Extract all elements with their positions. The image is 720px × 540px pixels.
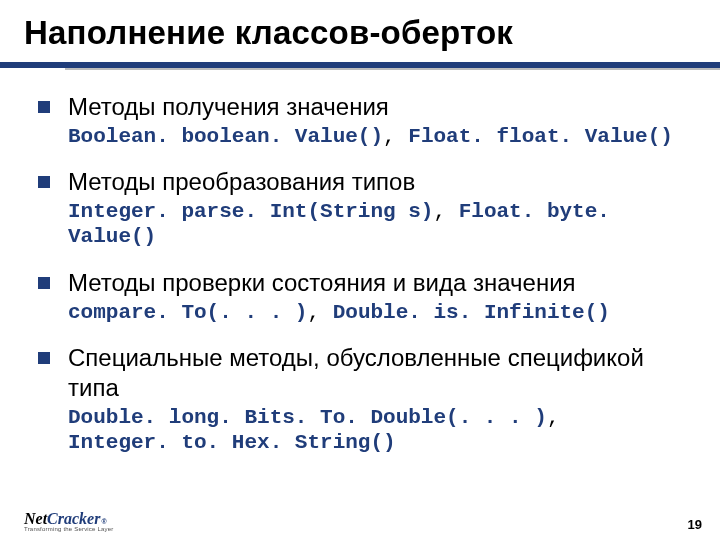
square-bullet-icon [38, 352, 50, 364]
square-bullet-icon [38, 277, 50, 289]
item-heading: Методы получения значения [68, 92, 698, 122]
content-area: Методы получения значения Boolean. boole… [0, 70, 720, 455]
list-item: Методы проверки состояния и вида значени… [38, 268, 698, 325]
slide-title: Наполнение классов-оберток [0, 0, 720, 62]
code-part-b: Integer. to. Hex. String() [68, 431, 396, 454]
list-item: Методы преобразования типов Integer. par… [38, 167, 698, 249]
item-code: compare. To(. . . ), Double. is. Infinit… [68, 300, 698, 325]
square-bullet-icon [38, 176, 50, 188]
item-heading: Методы проверки состояния и вида значени… [68, 268, 698, 298]
trademark-icon: ® [101, 518, 106, 525]
square-bullet-icon [38, 101, 50, 113]
footer: NetCracker® Transforming the Service Lay… [24, 510, 702, 532]
code-part-a: Boolean. boolean. Value() [68, 125, 383, 148]
list-item: Специальные методы, обусловленные специф… [38, 343, 698, 455]
code-separator: , [383, 125, 408, 148]
item-heading: Специальные методы, обусловленные специф… [68, 343, 698, 403]
page-number: 19 [688, 517, 702, 532]
code-part-a: Double. long. Bits. To. Double(. . . ) [68, 406, 547, 429]
code-separator: , [433, 200, 458, 223]
code-separator: , [307, 301, 332, 324]
code-part-b: Float. float. Value() [408, 125, 673, 148]
code-part-b: Double. is. Infinite() [333, 301, 610, 324]
item-code: Integer. parse. Int(String s), Float. by… [68, 199, 698, 249]
code-separator: , [547, 406, 560, 429]
item-code: Boolean. boolean. Value(), Float. float.… [68, 124, 698, 149]
item-code: Double. long. Bits. To. Double(. . . ),I… [68, 405, 698, 455]
logo-tagline: Transforming the Service Layer [24, 526, 113, 532]
list-item: Методы получения значения Boolean. boole… [38, 92, 698, 149]
company-logo: NetCracker® Transforming the Service Lay… [24, 510, 113, 532]
item-heading: Методы преобразования типов [68, 167, 698, 197]
code-part-a: compare. To(. . . ) [68, 301, 307, 324]
code-part-a: Integer. parse. Int(String s) [68, 200, 433, 223]
